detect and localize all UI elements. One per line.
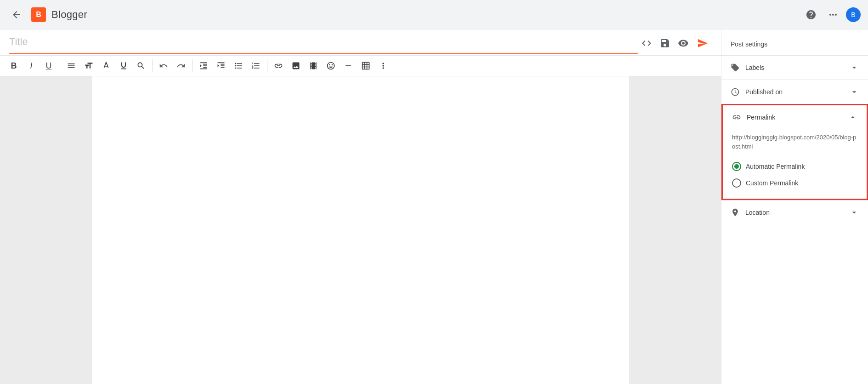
separator-1 <box>60 59 60 72</box>
permalink-icon <box>732 113 741 122</box>
unordered-list-button[interactable] <box>230 57 247 74</box>
apps-button[interactable] <box>824 6 842 24</box>
video-button[interactable] <box>305 57 322 74</box>
right-sidebar: Post settings Labels <box>721 29 868 384</box>
published-on-icon <box>731 87 740 97</box>
redo-button[interactable] <box>173 57 189 74</box>
permalink-chevron <box>848 113 857 122</box>
highlight-button[interactable] <box>133 57 149 74</box>
location-section: Location <box>721 200 868 224</box>
outdent-button[interactable] <box>213 57 229 74</box>
published-on-section-header[interactable]: Published on <box>721 80 868 104</box>
ordered-list-button[interactable] <box>248 57 264 74</box>
formatting-toolbar: B I U <box>0 55 721 76</box>
custom-permalink-radio[interactable] <box>732 178 741 188</box>
align-button[interactable] <box>63 57 79 74</box>
emoji-button[interactable] <box>323 57 339 74</box>
title-bar <box>0 29 721 55</box>
labels-chevron <box>850 63 859 72</box>
top-nav: B Blogger B <box>0 0 868 29</box>
right-margin <box>629 76 721 384</box>
auto-permalink-label: Automatic Permalink <box>746 163 805 170</box>
labels-label: Labels <box>745 64 764 71</box>
undo-button[interactable] <box>155 57 172 74</box>
bold-button[interactable]: B <box>6 57 22 74</box>
preview-button[interactable] <box>675 35 692 52</box>
permalink-content: http://blogginggig.blogspot.com/2020/05/… <box>723 129 867 199</box>
custom-permalink-option[interactable]: Custom Permalink <box>732 175 857 191</box>
sidebar-title: Post settings <box>721 37 868 55</box>
permalink-section: Permalink http://blogginggig.blogspot.co… <box>721 104 868 200</box>
auto-permalink-option[interactable]: Automatic Permalink <box>732 158 857 175</box>
separator-4 <box>267 59 267 72</box>
location-chevron <box>850 208 859 217</box>
auto-permalink-radio[interactable] <box>732 162 741 171</box>
avatar[interactable]: B <box>846 7 861 22</box>
hr-button[interactable] <box>340 57 357 74</box>
editor-body[interactable] <box>92 76 629 384</box>
left-margin <box>0 76 92 384</box>
help-button[interactable] <box>802 6 820 24</box>
published-on-label: Published on <box>745 88 783 96</box>
editor-container: B I U <box>0 29 868 384</box>
italic-button[interactable]: I <box>23 57 40 74</box>
published-on-chevron <box>850 87 859 97</box>
location-icon <box>731 208 740 217</box>
underline-button[interactable]: U <box>40 57 57 74</box>
content-area <box>0 76 721 384</box>
link-button[interactable] <box>270 57 287 74</box>
font-underline-button[interactable] <box>115 57 132 74</box>
table-button[interactable] <box>357 57 374 74</box>
labels-icon <box>731 63 740 72</box>
app-title: Blogger <box>51 9 87 21</box>
html-view-button[interactable] <box>638 35 655 52</box>
labels-section: Labels <box>721 55 868 80</box>
font-color-button[interactable] <box>98 57 114 74</box>
image-button[interactable] <box>288 57 304 74</box>
published-on-section: Published on <box>721 80 868 104</box>
text-size-button[interactable] <box>80 57 97 74</box>
auto-permalink-radio-inner <box>734 164 739 169</box>
indent-button[interactable] <box>195 57 212 74</box>
custom-permalink-label: Custom Permalink <box>746 179 798 187</box>
title-input[interactable] <box>9 36 638 54</box>
save-button[interactable] <box>657 35 673 52</box>
separator-2 <box>152 59 153 72</box>
permalink-section-header[interactable]: Permalink <box>723 105 867 129</box>
permalink-label: Permalink <box>747 114 775 121</box>
publish-button[interactable] <box>693 36 712 51</box>
permalink-url: http://blogginggig.blogspot.com/2020/05/… <box>732 133 857 151</box>
blogger-logo: B <box>31 7 46 22</box>
location-label: Location <box>745 209 770 216</box>
more-options-button[interactable] <box>375 57 391 74</box>
main-editor: B I U <box>0 29 721 384</box>
back-button[interactable] <box>7 6 26 24</box>
separator-3 <box>192 59 193 72</box>
labels-section-header[interactable]: Labels <box>721 56 868 80</box>
location-section-header[interactable]: Location <box>721 201 868 224</box>
